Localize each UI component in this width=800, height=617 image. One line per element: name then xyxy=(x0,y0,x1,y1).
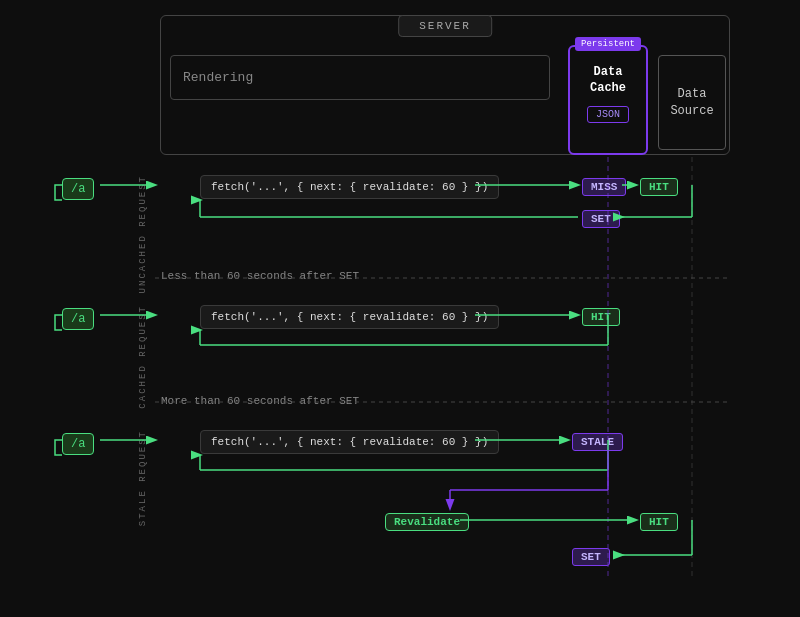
diagram-container: SERVER Rendering Persistent DataCache JS… xyxy=(0,0,800,617)
persistent-badge: Persistent xyxy=(575,37,641,51)
route-badge-uncached: /a xyxy=(62,178,94,200)
data-source-box: DataSource xyxy=(658,55,726,150)
data-source-label: DataSource xyxy=(670,86,713,120)
route-badge-stale: /a xyxy=(62,433,94,455)
hit-badge-uncached: HIT xyxy=(640,178,678,196)
hit-badge-cached: HIT xyxy=(582,308,620,326)
route-badge-cached: /a xyxy=(62,308,94,330)
rendering-label: Rendering xyxy=(183,70,253,85)
set-badge-stale: SET xyxy=(572,548,610,566)
divider-more60: More than 60 seconds after SET xyxy=(155,395,365,407)
server-label: SERVER xyxy=(398,15,492,37)
data-cache-title: DataCache xyxy=(590,65,626,96)
divider-less60: Less than 60 seconds after SET xyxy=(155,270,365,282)
hit-badge-stale: HIT xyxy=(640,513,678,531)
json-badge: JSON xyxy=(587,106,629,123)
data-cache-box: Persistent DataCache JSON xyxy=(568,45,648,155)
set-badge-uncached: SET xyxy=(582,210,620,228)
revalidate-badge: Revalidate xyxy=(385,513,469,531)
miss-badge: MISS xyxy=(582,178,626,196)
rendering-box: Rendering xyxy=(170,55,550,100)
uncached-section-label: UNCACHED REQUEST xyxy=(138,175,148,293)
fetch-box-stale: fetch('...', { next: { revalidate: 60 } … xyxy=(200,430,499,454)
fetch-box-cached: fetch('...', { next: { revalidate: 60 } … xyxy=(200,305,499,329)
fetch-box-uncached: fetch('...', { next: { revalidate: 60 } … xyxy=(200,175,499,199)
cached-section-label: CACHED REQUEST xyxy=(138,305,148,409)
stale-section-label: STALE REQUEST xyxy=(138,430,148,526)
stale-badge: STALE xyxy=(572,433,623,451)
